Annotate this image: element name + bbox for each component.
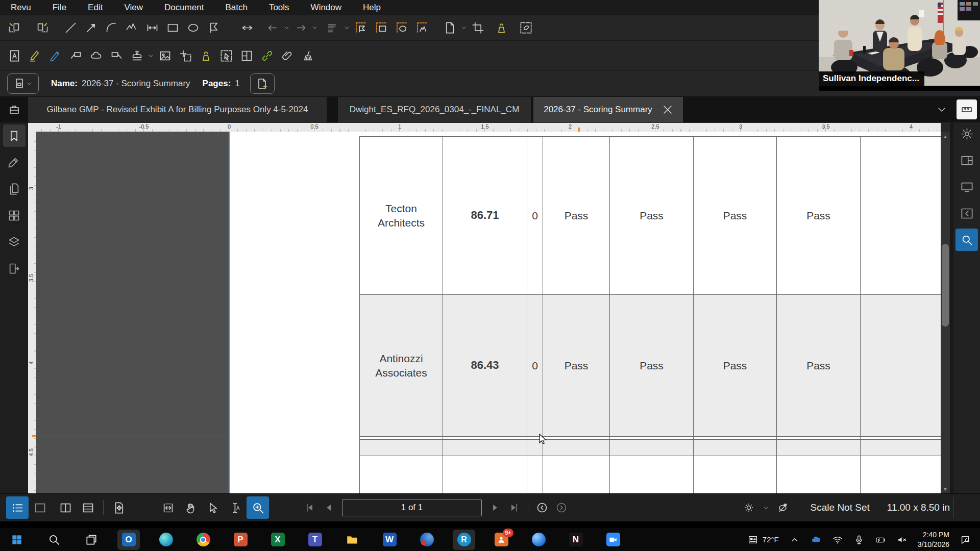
teams-app[interactable]: T <box>304 530 326 550</box>
scroll-down-icon[interactable]: ▼ <box>941 484 950 493</box>
scale-status[interactable]: Scale Not Set <box>811 502 870 513</box>
measure-polyline-tool-icon[interactable] <box>412 18 432 38</box>
edge-app[interactable] <box>155 530 177 550</box>
search-panel-icon[interactable] <box>955 229 978 251</box>
chevron-down-icon[interactable] <box>343 18 351 38</box>
menu-edit[interactable]: Edit <box>77 0 113 15</box>
single-pane-view-icon[interactable] <box>29 496 51 519</box>
tab-dwight-rfq[interactable]: Dwight_ES_RFQ_2026_0304_-_FINAL_CM <box>338 97 531 122</box>
temperature-label[interactable]: 72°F <box>763 535 779 544</box>
task-view-button[interactable] <box>80 530 103 550</box>
pan-tool-icon[interactable] <box>179 496 202 519</box>
next-markup-tool-icon[interactable] <box>290 18 311 38</box>
flatten-tool-icon[interactable] <box>298 46 318 66</box>
clock[interactable]: 2:40 PM3/10/2026 <box>918 530 949 548</box>
menu-document[interactable]: Document <box>154 0 214 15</box>
excel-app[interactable]: X <box>266 530 289 550</box>
outlook-app[interactable]: O <box>117 530 140 550</box>
wifi-icon[interactable] <box>832 534 843 545</box>
people-app[interactable]: 9+ <box>490 530 512 550</box>
scrollbar-thumb[interactable] <box>942 244 949 327</box>
calibrate-ruler-button[interactable] <box>957 99 977 119</box>
word-app[interactable]: W <box>378 530 401 550</box>
markups-panel-icon[interactable] <box>3 151 26 173</box>
polygon-tool-icon[interactable] <box>203 18 224 38</box>
start-button[interactable] <box>6 530 28 550</box>
place-markup-left-tool-icon[interactable] <box>4 18 24 38</box>
studio-panel-icon[interactable] <box>3 257 26 280</box>
place-markup-right-tool-icon[interactable] <box>32 18 52 38</box>
menu-tools[interactable]: Tools <box>258 0 300 15</box>
menu-revu[interactable]: Revu <box>0 0 42 15</box>
zoom-tool-icon[interactable] <box>247 496 269 519</box>
chevron-down-icon[interactable] <box>283 18 290 38</box>
rectangle-tool-icon[interactable] <box>162 18 183 38</box>
display-panel-icon[interactable] <box>955 176 978 198</box>
double-arrow-tool-icon[interactable] <box>237 18 257 38</box>
measure-polygon-tool-icon[interactable] <box>351 18 371 38</box>
volume-muted-icon[interactable] <box>896 534 908 545</box>
microphone-icon[interactable] <box>853 534 865 545</box>
notes-app[interactable]: N <box>565 530 587 550</box>
file-explorer-app[interactable] <box>341 530 363 550</box>
scroll-up-icon[interactable]: ▲ <box>941 132 950 141</box>
chrome-app[interactable] <box>192 530 214 550</box>
file-access-panel-icon[interactable] <box>3 178 26 200</box>
tab-gilbane-gmp[interactable]: Gilbane GMP - Revised Exhibit A for Bill… <box>28 97 327 122</box>
arc-tool-icon[interactable] <box>101 18 121 38</box>
first-page-button[interactable] <box>300 496 320 519</box>
markups-list-toggle-icon[interactable] <box>6 496 29 519</box>
split-horizontal-view-icon[interactable] <box>77 496 99 519</box>
powerpoint-app[interactable]: P <box>229 530 252 550</box>
measure-ellipse-tool-icon[interactable] <box>391 18 412 38</box>
tab-overflow-chevron-icon[interactable] <box>935 104 948 115</box>
widgets-icon[interactable] <box>747 534 758 545</box>
menu-file[interactable]: File <box>42 0 77 15</box>
search-button[interactable] <box>43 530 65 550</box>
select-region-tool-icon[interactable] <box>216 46 236 66</box>
weight-tool-icon[interactable] <box>491 18 511 38</box>
last-page-button[interactable] <box>504 496 524 519</box>
select-text-tool-icon[interactable]: A <box>224 496 247 519</box>
properties-panel-icon[interactable] <box>955 122 978 145</box>
chevron-down-icon[interactable] <box>311 18 318 38</box>
attachment-tool-icon[interactable] <box>277 46 298 66</box>
menu-window[interactable]: Window <box>300 0 352 15</box>
image-tool-icon[interactable] <box>155 46 175 66</box>
panels-layout-icon[interactable] <box>955 149 978 171</box>
chevron-down-icon[interactable] <box>762 497 770 518</box>
zoom-app[interactable] <box>602 530 624 550</box>
highlighter-tool-icon[interactable] <box>24 46 45 66</box>
weight-markup-tool-icon[interactable] <box>195 46 216 66</box>
dimension-tool-icon[interactable] <box>142 18 162 38</box>
text-box-tool-icon[interactable] <box>4 46 24 66</box>
hyperlink-tool-icon[interactable] <box>257 46 277 66</box>
spaces-tool-icon[interactable] <box>236 46 257 66</box>
measure-rectangle-tool-icon[interactable] <box>371 18 391 38</box>
fit-page-icon[interactable] <box>108 496 130 519</box>
next-page-button[interactable] <box>485 496 504 519</box>
line-tool-icon[interactable] <box>60 18 81 38</box>
notifications-icon[interactable] <box>960 534 971 545</box>
insert-page-button[interactable] <box>250 73 275 94</box>
data-rows-tool-icon[interactable] <box>323 18 343 38</box>
document-menu-button[interactable] <box>7 73 39 94</box>
bookmarks-panel-icon[interactable] <box>3 124 26 147</box>
callout-tool-icon[interactable] <box>65 46 86 66</box>
next-view-button[interactable] <box>552 496 571 519</box>
fit-width-icon[interactable] <box>157 496 179 519</box>
briefcase-icon[interactable] <box>4 100 24 119</box>
chevron-down-icon[interactable] <box>147 46 155 66</box>
page-indicator-input[interactable]: 1 of 1 <box>342 499 482 516</box>
stamp-tool-icon[interactable] <box>127 46 147 66</box>
callout-right-tool-icon[interactable] <box>106 46 127 66</box>
revu-app[interactable]: R <box>453 530 475 550</box>
erase-selection-tool-icon[interactable] <box>516 18 536 38</box>
previous-markup-tool-icon[interactable] <box>262 18 283 38</box>
thumbnails-panel-icon[interactable] <box>3 204 26 227</box>
select-tool-icon[interactable] <box>202 496 224 519</box>
brightness-button[interactable] <box>739 497 759 518</box>
onedrive-icon[interactable] <box>811 534 822 545</box>
previous-page-button[interactable] <box>320 496 339 519</box>
disable-markup-button[interactable] <box>773 497 793 518</box>
